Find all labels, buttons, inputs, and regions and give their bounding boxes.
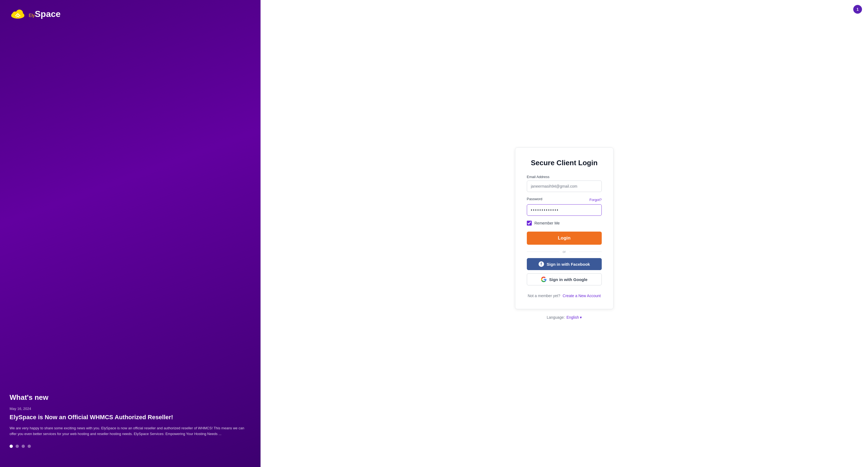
logo-ely: Ely <box>29 13 35 18</box>
divider-text: or <box>563 249 566 254</box>
facebook-button-label: Sign in with Facebook <box>547 262 590 267</box>
language-selector[interactable]: English ▾ <box>566 315 582 320</box>
news-date: May 16, 2024 <box>9 407 251 411</box>
email-label: Email Address <box>527 175 602 179</box>
password-label: Password <box>527 197 542 201</box>
login-button[interactable]: Login <box>527 232 602 245</box>
chevron-down-icon: ▾ <box>580 315 582 320</box>
language-row: Language: English ▾ <box>547 315 582 320</box>
language-label: Language: <box>547 315 565 320</box>
email-input[interactable] <box>527 180 602 192</box>
divider: or <box>527 249 602 254</box>
left-panel: ElySpace What's new May 16, 2024 ElySpac… <box>0 0 260 467</box>
remember-checkbox[interactable] <box>527 221 532 226</box>
news-body: We are very happy to share some exciting… <box>9 426 251 437</box>
create-account-link[interactable]: Create a New Account <box>563 294 601 298</box>
forgot-link[interactable]: Forgot? <box>589 198 602 202</box>
password-group: Password Forgot? <box>527 197 602 216</box>
carousel-dot-2[interactable] <box>16 444 19 448</box>
facebook-icon: f <box>538 261 544 267</box>
logo: ElySpace <box>9 8 251 20</box>
carousel-dot-1[interactable] <box>9 444 13 448</box>
login-title: Secure Client Login <box>527 159 602 167</box>
logo-icon <box>9 8 26 20</box>
carousel-dot-4[interactable] <box>28 444 31 448</box>
right-panel: 1 Secure Client Login Email Address Pass… <box>260 0 868 467</box>
google-signin-button[interactable]: Sign in with Google <box>527 273 602 286</box>
divider-line-left <box>527 252 559 252</box>
news-section: What's new May 16, 2024 ElySpace is Now … <box>9 393 251 459</box>
facebook-signin-button[interactable]: f Sign in with Facebook <box>527 258 602 270</box>
notification-badge[interactable]: 1 <box>853 5 862 14</box>
carousel-dots <box>9 444 251 448</box>
not-member-text: Not a member yet? <box>528 294 560 298</box>
remember-label[interactable]: Remember Me <box>534 221 560 225</box>
logo-text: ElySpace <box>29 9 61 19</box>
remember-row: Remember Me <box>527 221 602 226</box>
password-input[interactable] <box>527 204 602 216</box>
carousel-dot-3[interactable] <box>22 444 25 448</box>
email-group: Email Address <box>527 175 602 192</box>
language-current: English <box>566 315 579 320</box>
login-card: Secure Client Login Email Address Passwo… <box>515 147 614 309</box>
not-member-section: Not a member yet? Create a New Account <box>527 289 602 298</box>
whats-new-label: What's new <box>9 393 251 402</box>
logo-space: Space <box>35 9 60 19</box>
google-icon <box>541 277 547 282</box>
password-row: Password Forgot? <box>527 197 602 203</box>
google-button-label: Sign in with Google <box>549 277 588 282</box>
divider-line-right <box>569 252 602 252</box>
news-title: ElySpace is Now an Official WHMCS Author… <box>9 413 251 422</box>
